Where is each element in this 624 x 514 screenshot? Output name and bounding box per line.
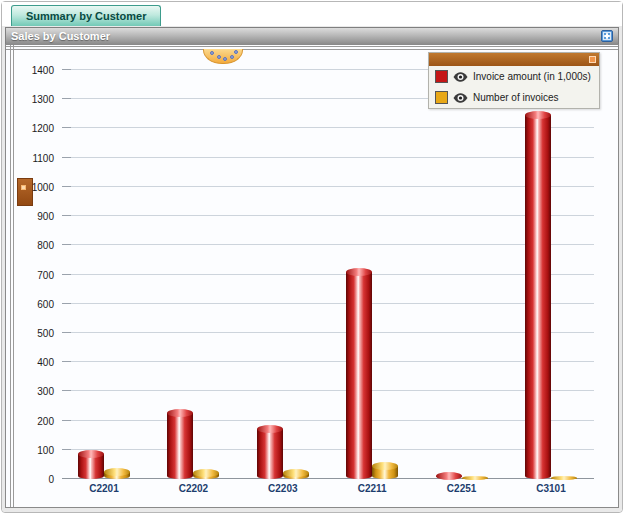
gridline	[62, 157, 594, 158]
bar-cap	[104, 468, 130, 476]
gridline	[62, 127, 594, 128]
bar-cap	[257, 425, 283, 433]
y-tick-label: 1300	[6, 94, 54, 105]
bar-cap	[283, 469, 309, 477]
gridline	[62, 361, 594, 362]
window-body: Sales by Customer	[2, 26, 622, 512]
y-tick-label: 400	[6, 357, 54, 368]
bar-c2251-series0[interactable]	[436, 476, 462, 480]
y-tick-label: 700	[6, 270, 54, 281]
y-tick-label: 500	[6, 328, 54, 339]
x-axis-label: C2251	[427, 483, 497, 494]
y-tick-label: 200	[6, 416, 54, 427]
handle-dot	[234, 50, 238, 54]
bar-cap	[78, 450, 104, 458]
y-axis-tick	[62, 127, 71, 128]
y-axis-tick	[62, 332, 71, 333]
gridline	[62, 215, 594, 216]
popout-window-icon[interactable]	[601, 30, 613, 42]
y-axis-tick	[62, 361, 71, 362]
legend: Invoice amount (in 1,000s) Number of inv…	[428, 52, 600, 109]
bar-c2202-series0[interactable]	[167, 413, 193, 479]
y-axis-tick	[62, 186, 71, 187]
bar-c3101-series0[interactable]	[525, 115, 551, 479]
y-tick-label: 300	[6, 386, 54, 397]
bar-cap	[193, 469, 219, 477]
y-axis-tick	[62, 390, 71, 391]
y-axis-tick	[62, 157, 71, 158]
y-axis-tick	[62, 98, 71, 99]
legend-label: Invoice amount (in 1,000s)	[473, 71, 591, 82]
legend-item-invoice-amount[interactable]: Invoice amount (in 1,000s)	[429, 66, 599, 87]
y-tick-label: 900	[6, 211, 54, 222]
tab-summary-by-customer[interactable]: Summary by Customer	[11, 5, 161, 26]
gridline	[62, 303, 594, 304]
y-tick-label: 1000	[6, 182, 54, 193]
bar-c2251-series1[interactable]	[462, 478, 488, 479]
x-axis-label: C2203	[248, 483, 318, 494]
y-axis-tick	[62, 303, 71, 304]
gridline	[62, 244, 594, 245]
bar-cap	[462, 476, 488, 480]
bar-cap	[436, 472, 462, 480]
x-axis-label: C3101	[516, 483, 586, 494]
y-tick-label: 0	[6, 474, 54, 485]
legend-collapse-button[interactable]	[589, 56, 596, 63]
widget-titlebar: Sales by Customer	[5, 27, 619, 44]
y-tick-label: 1100	[6, 153, 54, 164]
chart-panel: 0100200300400500600700800900100011001200…	[5, 44, 619, 508]
y-axis-tick	[62, 449, 71, 450]
eye-icon[interactable]	[453, 93, 468, 103]
y-tick-label: 1400	[6, 65, 54, 76]
y-tick-label: 800	[6, 240, 54, 251]
bar-cap	[346, 268, 372, 276]
bar-c2201-series1[interactable]	[104, 472, 130, 479]
handle-dot	[217, 55, 221, 59]
bar-cap	[551, 476, 577, 480]
gridline	[62, 449, 594, 450]
eye-icon[interactable]	[453, 72, 468, 82]
handle-dot	[223, 57, 227, 61]
bar-c2211-series0[interactable]	[346, 272, 372, 479]
handle-dot	[230, 55, 234, 59]
window-frame: Summary by Customer Sales by Customer	[1, 1, 623, 513]
legend-label: Number of invoices	[473, 92, 559, 103]
bar-c2201-series0[interactable]	[78, 454, 104, 479]
gridline	[62, 274, 594, 275]
bar-cap	[167, 409, 193, 417]
gridline	[62, 390, 594, 391]
bar-c3101-series1[interactable]	[551, 478, 577, 479]
legend-swatch-number-of-invoices	[435, 91, 448, 104]
y-axis-tick	[62, 244, 71, 245]
y-axis-tick	[62, 420, 71, 421]
legend-swatch-invoice-amount	[435, 70, 448, 83]
y-tick-label: 1200	[6, 123, 54, 134]
x-axis-label: C2201	[69, 483, 139, 494]
y-tick-label: 100	[6, 445, 54, 456]
bar-cap	[525, 111, 551, 119]
x-axis-label: C2211	[337, 483, 407, 494]
y-axis-tick	[62, 215, 71, 216]
tab-strip: Summary by Customer	[2, 2, 622, 26]
widget-title: Sales by Customer	[11, 30, 601, 42]
bar-c2203-series0[interactable]	[257, 429, 283, 479]
application-window: Summary by Customer Sales by Customer	[0, 0, 624, 514]
horizontal-splitter-line	[6, 46, 618, 47]
legend-header[interactable]	[429, 53, 599, 66]
y-axis-tick	[62, 274, 71, 275]
legend-item-number-of-invoices[interactable]: Number of invoices	[429, 87, 599, 108]
splitter-handle-top[interactable]	[203, 49, 243, 64]
handle-dot	[210, 51, 214, 55]
y-axis-tick	[62, 69, 71, 70]
bar-cap	[372, 462, 398, 470]
x-axis-line	[62, 478, 594, 479]
gridline	[62, 186, 594, 187]
gridline	[62, 332, 594, 333]
horizontal-splitter-line	[6, 49, 618, 50]
y-tick-label: 600	[6, 299, 54, 310]
x-axis-label: C2202	[158, 483, 228, 494]
bar-c2203-series1[interactable]	[283, 473, 309, 479]
gridline	[62, 420, 594, 421]
plot-area: 0100200300400500600700800900100011001200…	[6, 70, 618, 479]
bar-c2211-series1[interactable]	[372, 466, 398, 479]
